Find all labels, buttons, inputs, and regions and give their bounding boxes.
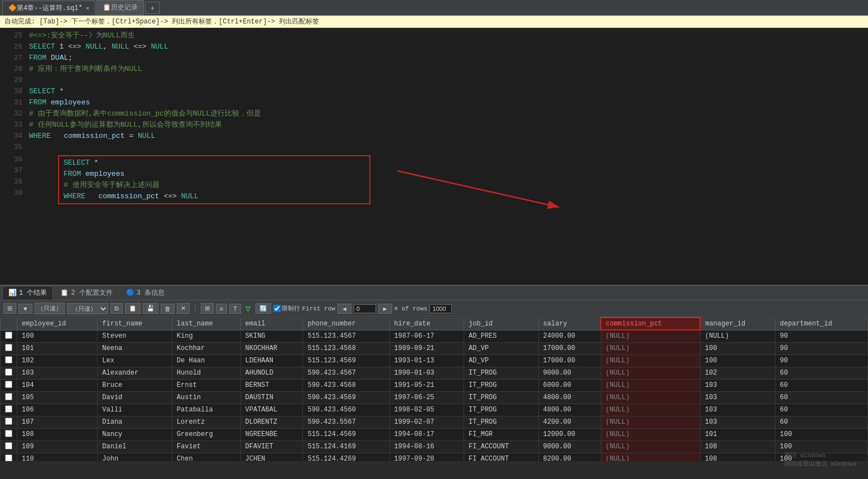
- table-row: 110JohnChenJCHEN515.124.42691997-09-28FI…: [1, 453, 868, 461]
- row-checkbox[interactable]: [5, 405, 12, 413]
- line-36-content: SELECT *: [62, 157, 366, 169]
- row-checkbox-cell[interactable]: [1, 355, 17, 367]
- row-checkbox-cell[interactable]: [1, 404, 17, 416]
- line-29: 29: [0, 75, 868, 86]
- row-checkbox[interactable]: [5, 356, 12, 363]
- result-tab-2[interactable]: 📋 2 个配置文件: [54, 286, 118, 300]
- line-25: 25 #<=>:安全等于--》为NULL而生: [0, 30, 868, 41]
- tab-sql-label: 第4章--运算符.sql: [17, 3, 78, 13]
- col-phone[interactable]: phone_number: [303, 318, 389, 330]
- svg-line-1: [397, 171, 559, 207]
- table-cell: 100: [700, 342, 775, 355]
- cancel-button[interactable]: ✕: [177, 303, 190, 314]
- col-department-id[interactable]: department_id: [775, 318, 868, 330]
- col-salary[interactable]: salary: [538, 318, 601, 330]
- table-cell: 106: [17, 404, 98, 416]
- col-employee-id[interactable]: employee_id: [17, 318, 98, 330]
- row-checkbox[interactable]: [5, 381, 12, 388]
- table-cell: 4800.00: [538, 404, 601, 416]
- table-cell: 105: [17, 391, 98, 404]
- result-tab-2-label: 2 个配置文件: [71, 288, 112, 298]
- table-cell: Ernst: [172, 379, 240, 391]
- first-row-input[interactable]: [354, 304, 376, 313]
- col-manager-id[interactable]: manager_id: [700, 318, 775, 330]
- form-view-button[interactable]: ≡: [216, 304, 227, 314]
- result-tab-1[interactable]: 📊 1 个结果: [2, 286, 53, 300]
- table-cell: IT_PROG: [464, 404, 539, 416]
- tab-history-label: 历史记录: [111, 3, 138, 12]
- grid-view-button[interactable]: ⊞: [3, 303, 16, 314]
- table-cell: 102: [17, 355, 98, 367]
- col-last-name[interactable]: last_name: [172, 318, 240, 330]
- close-icon[interactable]: ✕: [86, 4, 90, 12]
- table-header-row: employee_id first_name last_name email p…: [1, 318, 868, 330]
- col-email[interactable]: email: [240, 318, 303, 330]
- table-row: 103AlexanderHunoldAHUNOLD590.423.4567199…: [1, 367, 868, 379]
- table-cell: 60: [775, 367, 868, 379]
- watermark: 激活 Windows转到设置以激活 Windows: [784, 451, 857, 468]
- table-cell: FI_ACCOUNT: [464, 440, 539, 453]
- row-checkbox[interactable]: [5, 418, 12, 425]
- row-checkbox-cell[interactable]: [1, 428, 17, 440]
- paste-button[interactable]: 📋: [125, 303, 141, 314]
- row-checkbox[interactable]: [5, 393, 12, 400]
- table-cell: Lorentz: [172, 416, 240, 428]
- row-checkbox-cell[interactable]: [1, 330, 17, 342]
- row-checkbox-cell[interactable]: [1, 391, 17, 404]
- table-container[interactable]: employee_id first_name last_name email p…: [0, 317, 868, 461]
- copy-button[interactable]: ⧉: [110, 303, 123, 314]
- tab-sql[interactable]: 🔶 第4章--运算符.sql * ✕: [2, 1, 95, 15]
- table-cell: 104: [17, 379, 98, 391]
- table-cell: Bruce: [98, 379, 172, 391]
- limit-checkbox[interactable]: [273, 305, 281, 312]
- table-cell: 17000.00: [538, 342, 601, 355]
- delete-button[interactable]: 🗑: [161, 304, 175, 314]
- readonly-select[interactable]: （只读）: [67, 303, 108, 314]
- first-row-next-button[interactable]: ►: [378, 304, 392, 314]
- line-num-38: 38: [4, 176, 25, 188]
- row-checkbox[interactable]: [5, 442, 12, 449]
- row-checkbox[interactable]: [5, 368, 12, 376]
- row-checkbox[interactable]: [5, 344, 12, 351]
- row-checkbox-cell[interactable]: [1, 416, 17, 428]
- col-first-name[interactable]: first_name: [98, 318, 172, 330]
- row-checkbox-cell[interactable]: [1, 379, 17, 391]
- row-checkbox[interactable]: [5, 430, 12, 437]
- table-cell: 9000.00: [538, 440, 601, 453]
- table-cell: 110: [17, 453, 98, 461]
- first-row-prev-button[interactable]: ◄: [337, 304, 351, 314]
- row-checkbox-cell[interactable]: [1, 342, 17, 355]
- row-checkbox-cell[interactable]: [1, 440, 17, 453]
- row-checkbox[interactable]: [5, 454, 12, 462]
- col-job-id[interactable]: job_id: [464, 318, 539, 330]
- title-bar: 🔶 第4章--运算符.sql * ✕ 📋 历史记录 +: [0, 0, 868, 16]
- save-button[interactable]: 💾: [143, 303, 158, 314]
- result-tab-3[interactable]: 🔵 3 条信息: [120, 286, 171, 300]
- line-num-37: 37: [4, 165, 25, 176]
- table-cell: (NULL): [601, 453, 700, 461]
- table-row: 105DavidAustinDAUSTIN590.423.45691997-06…: [1, 391, 868, 404]
- arrow-svg: [386, 154, 609, 221]
- line-26: 26 SELECT 1 <=> NULL, NULL <=> NULL: [0, 41, 868, 52]
- table-view-button[interactable]: ⊞: [201, 303, 214, 314]
- row-checkbox-cell[interactable]: [1, 453, 17, 461]
- col-hire-date[interactable]: hire_date: [389, 318, 464, 330]
- table-cell: DFAVIET: [240, 440, 303, 453]
- add-tab-button[interactable]: +: [145, 2, 160, 14]
- rows-input[interactable]: [430, 304, 452, 313]
- table-cell: John: [98, 453, 172, 461]
- text-view-button[interactable]: T: [229, 304, 241, 314]
- col-commission-pct[interactable]: commission_pct: [601, 318, 700, 330]
- row-checkbox[interactable]: [5, 332, 12, 339]
- table-cell: 100: [775, 428, 868, 440]
- table-cell: 4200.00: [538, 416, 601, 428]
- editor[interactable]: 25 #<=>:安全等于--》为NULL而生 26 SELECT 1 <=> N…: [0, 28, 868, 285]
- row-checkbox-cell[interactable]: [1, 367, 17, 379]
- table-cell: VPATABAL: [240, 404, 303, 416]
- rows-label: # of rows: [394, 305, 427, 312]
- table-cell: AD_PRES: [464, 330, 539, 342]
- refresh-button[interactable]: 🔄: [255, 303, 271, 314]
- options-button[interactable]: ▼: [18, 304, 32, 314]
- table-cell: 6000.00: [538, 379, 601, 391]
- tab-history[interactable]: 📋 历史记录: [97, 0, 144, 15]
